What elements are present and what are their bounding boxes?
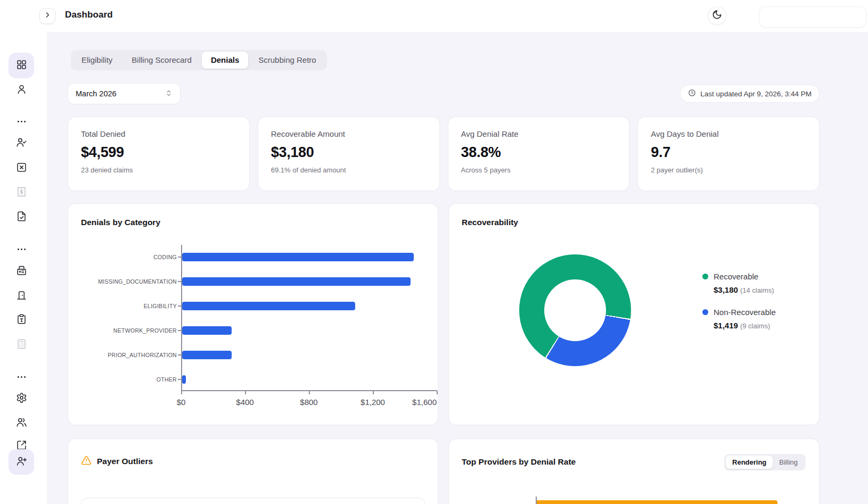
bar-eligibility[interactable] [182, 302, 356, 310]
legend-value: $3,180 [714, 285, 738, 294]
legend-label: Non-Recoverable [714, 308, 776, 317]
sidebar-item-layout-grid[interactable] [9, 53, 34, 78]
stat-label: Total Denied [81, 129, 236, 138]
sidebar-item-settings[interactable] [9, 386, 34, 411]
month-select-value: March 2026 [76, 89, 117, 98]
stat-value: $3,180 [271, 144, 427, 161]
denials-by-category-card: Denials by Category CODINGMISSING_DOCUME… [68, 204, 438, 425]
legend-item-non-recoverable: Non-Recoverable$1,419(9 claims) [702, 308, 776, 330]
moon-stars-icon [712, 10, 722, 22]
y-axis-tick [178, 379, 181, 380]
stat-subtext: 23 denied claims [81, 166, 236, 174]
user-icon [16, 84, 27, 97]
dashboard-tabs: EligibilityBilling ScorecardDenialsScrub… [71, 50, 327, 70]
sidebar-item-calculator[interactable] [9, 332, 34, 358]
y-axis-tick [178, 354, 181, 356]
y-axis-tick [178, 257, 181, 258]
stat-label: Avg Days to Denial [651, 129, 806, 138]
sidebar-item-users[interactable] [9, 410, 34, 436]
sidebar-item-file-check[interactable] [9, 204, 34, 230]
sidebar-expand-button[interactable] [39, 8, 55, 24]
bar-other[interactable] [182, 375, 186, 384]
tab-eligibility[interactable]: Eligibility [72, 52, 121, 69]
stat-card-avg-denial-rate: Avg Denial Rate38.8%Across 5 payers [448, 117, 629, 191]
stats-row: Total Denied$4,59923 denied claimsRecove… [68, 117, 819, 191]
recoverability-card: Recoverability Recoverable$3,180(14 clai… [449, 204, 819, 425]
bar-category-label: CODING [92, 254, 177, 260]
stat-label: Recoverable Amount [271, 129, 427, 138]
x-axis-tick [309, 391, 310, 394]
stat-card-avg-days-to-denial: Avg Days to Denial9.72 payer outlier(s) [638, 117, 819, 191]
provider-type-toggle: RenderingBilling [724, 454, 806, 470]
tab-billing-scorecard[interactable]: Billing Scorecard [122, 52, 201, 69]
donut-hole [544, 279, 606, 341]
tab-denials[interactable]: Denials [202, 52, 248, 69]
page-title: Dashboard [65, 10, 113, 20]
bar-category-label: ELIGIBILITY [92, 303, 177, 309]
tab-scrubbing-retro[interactable]: Scrubbing Retro [249, 52, 325, 69]
settings-icon [16, 392, 27, 406]
x-axis-tick-label: $400 [236, 398, 253, 407]
clock-icon [688, 89, 696, 98]
bar-category-label: NETWORK_PROVIDER [92, 327, 177, 334]
door-icon [16, 290, 27, 303]
recoverability-donut-chart [519, 254, 631, 366]
legend-claims: (14 claims) [740, 286, 774, 294]
stat-value: $4,599 [81, 144, 236, 161]
legend-label: Recoverable [714, 272, 758, 281]
fax-icon [16, 265, 27, 278]
stat-card-recoverable-amount: Recoverable Amount$3,18069.1% of denied … [258, 117, 439, 191]
last-updated-badge: Last updated Apr 9, 2026, 3:44 PM [681, 85, 819, 102]
users-icon [16, 417, 27, 430]
x-axis-tick-label: $1,600 [412, 398, 437, 407]
payer-outliers-title: Payer Outliers [97, 457, 153, 466]
stat-subtext: 2 payer outlier(s) [651, 166, 806, 174]
y-axis-line [181, 245, 182, 391]
ellipsis-icon [16, 244, 27, 257]
x-axis-tick [245, 391, 246, 394]
y-axis-tick [178, 305, 181, 307]
clipboard-type-icon [16, 313, 27, 327]
y-axis-tick [178, 330, 181, 331]
stat-value: 9.7 [651, 144, 806, 161]
denials-by-category-chart: CODINGMISSING_DOCUMENTATIONELIGIBILITYNE… [181, 245, 437, 390]
receipt-dollar-icon [16, 186, 27, 200]
x-axis-tick-label: $800 [300, 398, 317, 407]
bar-coding[interactable] [182, 253, 414, 261]
bar-missing_documentation[interactable] [182, 277, 411, 286]
stat-label: Avg Denial Rate [461, 129, 617, 138]
sidebar-item-fax[interactable] [9, 259, 34, 284]
bar-category-label: MISSING_DOCUMENTATION [92, 278, 177, 285]
toggle-rendering[interactable]: Rendering [726, 456, 773, 469]
bar-category-label: PRIOR_AUTHORIZATION [92, 352, 177, 358]
main-content: EligibilityBilling ScorecardDenialsScrub… [47, 32, 868, 504]
month-select[interactable]: March 2026 [68, 84, 180, 104]
sidebar [0, 0, 47, 504]
stat-card-total-denied: Total Denied$4,59923 denied claims [68, 117, 249, 191]
bar-prior_authorization[interactable] [182, 351, 232, 359]
legend-dot [702, 274, 708, 279]
bar-category-label: OTHER [92, 376, 177, 383]
sidebar-item-user-check[interactable] [9, 130, 34, 156]
sidebar-item-user-plus[interactable] [9, 449, 34, 475]
x-axis-tick [437, 391, 438, 394]
stat-value: 38.8% [461, 144, 617, 161]
topbar: Dashboard [0, 0, 868, 32]
chevron-right-icon [44, 11, 51, 21]
sidebar-item-square-x[interactable] [9, 155, 34, 181]
sidebar-item-user[interactable] [9, 77, 34, 103]
sidebar-item-clipboard-type[interactable] [9, 307, 34, 333]
x-axis-tick [373, 391, 374, 394]
sidebar-item-receipt-dollar[interactable] [9, 180, 34, 205]
payer-outliers-card: Payer Outliers [68, 439, 438, 504]
bar-network_provider[interactable] [182, 326, 232, 335]
legend-value: $1,419 [714, 321, 738, 330]
theme-toggle-button[interactable] [708, 7, 726, 24]
legend-claims: (9 claims) [740, 322, 770, 330]
sidebar-item-door[interactable] [9, 283, 34, 309]
ellipsis-icon [16, 371, 27, 385]
triangle-alert-icon [81, 455, 92, 468]
topbar-input[interactable] [759, 7, 866, 27]
toggle-billing[interactable]: Billing [773, 456, 804, 469]
user-plus-icon [16, 456, 27, 469]
